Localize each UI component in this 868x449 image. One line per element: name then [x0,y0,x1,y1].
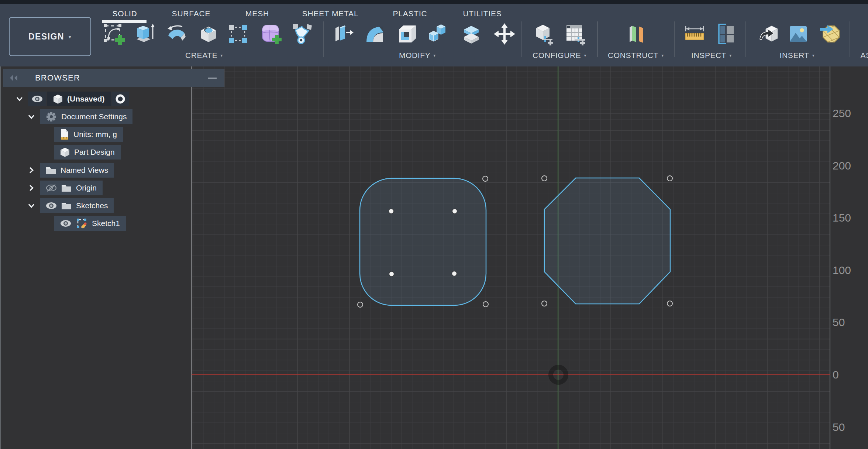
chevron-down-icon[interactable] [27,201,36,210]
tab-surface[interactable]: SURFACE [172,8,211,19]
press-pull-icon[interactable] [331,22,355,46]
ruler-label: 200 [833,160,851,172]
browser-row-sketches: Sketches [27,198,114,213]
browser-panel-title: BROWSER [35,73,80,83]
chevron-down-icon: ▾ [661,53,664,58]
create-form-icon[interactable] [259,22,283,46]
combine-icon[interactable] [426,22,449,46]
insert-derive-icon[interactable] [758,22,781,46]
measure-icon[interactable] [683,22,706,46]
generative-design-icon[interactable] [291,22,314,46]
eye-icon [60,220,71,227]
configuration-table-icon[interactable] [563,22,586,46]
chevron-down-icon[interactable] [15,94,24,104]
split-body-icon[interactable] [459,22,483,46]
toolbar-divider [745,21,746,57]
modify-group-menu[interactable]: MODIFY ▾ [399,50,436,61]
eye-icon [32,95,43,103]
chevron-down-icon[interactable] [27,112,36,121]
folder-icon [46,166,56,174]
toolbar-divider [850,21,850,57]
eye-icon [46,202,57,209]
construction-plane-icon[interactable] [624,22,647,46]
eye-slash-icon [46,184,57,192]
construct-group-label: CONSTRUCT [608,51,658,60]
ruler-label: 0 [833,369,839,381]
tab-sheet-metal[interactable]: SHEET METAL [302,8,359,19]
toolbar-divider [323,21,324,57]
design-menu-label: DESIGN [28,32,64,42]
visibility-toggle[interactable] [28,92,46,106]
browser-row-units: Units: mm, g [54,127,124,142]
hole-icon[interactable] [197,22,220,46]
configure-group-label: CONFIGURE [533,51,581,60]
browser-row-part-design: Part Design [54,145,121,160]
tree-item-sketch1[interactable]: Sketch1 [54,216,126,231]
insert-group-label: INSERT [780,51,809,60]
chevron-down-icon: ▾ [220,53,223,58]
tree-item-label: Document Settings [61,112,127,121]
units-document-icon [60,129,69,140]
fusion-window: 250 200 150 100 50 0 50 DESIGN ▾ SOLID S… [0,0,868,449]
chevron-down-icon: ▾ [812,53,815,58]
insert-mesh-icon[interactable] [818,22,842,46]
tab-plastic[interactable]: PLASTIC [393,8,427,19]
tab-solid[interactable]: SOLID [112,8,137,19]
tree-item-document-settings[interactable]: Document Settings [40,109,132,124]
toolbar-divider [521,21,522,57]
toolbar-divider [597,21,598,57]
configuration-icon[interactable] [532,22,555,46]
shell-icon[interactable] [395,22,418,46]
revolve-icon[interactable] [165,22,188,46]
chevron-right-icon[interactable] [27,183,36,193]
rectangular-pattern-icon[interactable] [226,22,250,46]
activate-component-radio[interactable] [111,92,129,106]
move-icon[interactable] [493,22,516,46]
extrude-icon[interactable] [132,22,156,46]
create-sketch-icon[interactable] [102,22,125,46]
chevron-right-icon[interactable] [27,165,36,175]
tab-mesh[interactable]: MESH [245,8,269,19]
sketch-icon [76,217,87,229]
component-cube-icon [53,94,63,104]
section-analysis-icon[interactable] [714,22,738,46]
inspect-group-menu[interactable]: INSPECT ▾ [691,50,732,61]
ruler-label: 150 [833,212,851,224]
browser-row-origin: Origin [27,181,103,195]
tree-item-origin[interactable]: Origin [40,181,103,195]
tab-utilities[interactable]: UTILITIES [463,8,502,19]
tree-item-label: Part Design [74,148,115,157]
gear-icon [46,111,57,122]
tree-item-named-views[interactable]: Named Views [40,163,114,178]
tree-item-label: Origin [76,184,97,192]
assemble-group-label: AS [860,51,868,60]
insert-group-menu[interactable]: INSERT ▾ [780,50,815,61]
minimize-panel-icon[interactable] [208,78,217,79]
browser-row-document-settings: Document Settings [27,109,133,124]
chevron-down-icon: ▾ [69,34,72,40]
toolbar-divider [674,21,675,57]
radio-ring-icon [115,94,125,104]
ruler-label: 250 [833,107,851,119]
tree-item-units[interactable]: Units: mm, g [54,127,123,142]
tree-item-part-design[interactable]: Part Design [54,145,121,160]
assemble-group-menu[interactable]: AS [860,50,868,61]
tree-item-label: Units: mm, g [73,130,117,139]
tree-item-label: Named Views [61,166,108,175]
folder-icon [61,202,72,210]
document-root-item[interactable]: (Unsaved) [47,92,111,106]
construct-group-menu[interactable]: CONSTRUCT ▾ [608,50,664,61]
tree-item-sketches[interactable]: Sketches [40,198,114,213]
ruler-label: 50 [833,316,845,328]
configure-group-menu[interactable]: CONFIGURE ▾ [533,50,586,61]
fillet-icon[interactable] [363,22,386,46]
main-toolbar: DESIGN ▾ SOLID SURFACE MESH SHEET METAL … [0,4,868,66]
create-group-menu[interactable]: CREATE ▾ [185,50,223,61]
design-workspace-menu[interactable]: DESIGN ▾ [9,17,91,56]
inspect-group-label: INSPECT [691,51,726,60]
collapse-panel-icon[interactable] [8,74,20,82]
insert-canvas-icon[interactable] [786,22,810,46]
browser-panel-header[interactable]: BROWSER [3,69,224,87]
tree-item-label: Sketches [76,201,108,210]
component-cube-icon [60,147,70,157]
